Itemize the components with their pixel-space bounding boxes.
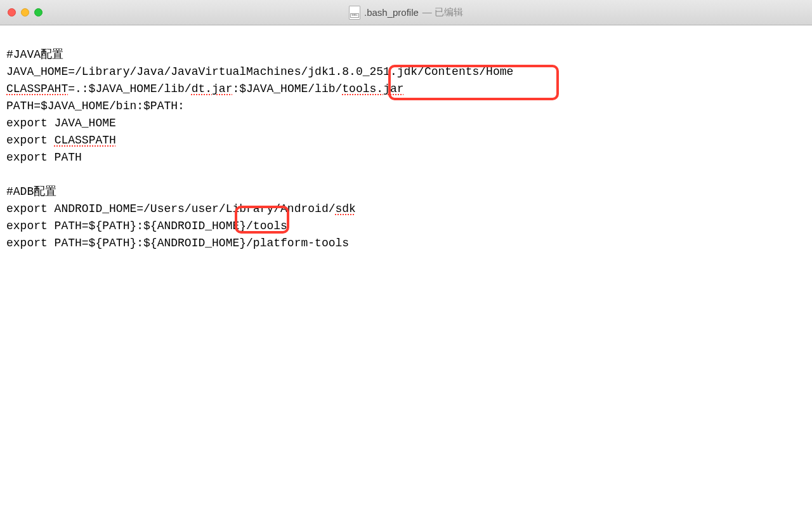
text-editor[interactable]: #JAVA配置 JAVA_HOME=/Library/Java/JavaVirt… (0, 25, 812, 290)
editor-line: JAVA_HOME=/Library/Java/JavaVirtualMachi… (6, 65, 513, 78)
editor-text-spellerror: dt.jar (192, 83, 233, 95)
title-filename: .bash_profile (364, 7, 419, 18)
editor-text: :$JAVA_HOME/lib/ (232, 83, 342, 95)
editor-text-spellerror: CLASSPATH (55, 134, 116, 147)
editor-text: export ANDROID_HOME=/Users/user/Library/… (6, 202, 335, 215)
title-edited-indicator: — 已编辑 (422, 6, 463, 18)
maximize-button[interactable] (34, 8, 43, 17)
editor-line: export PATH=${PATH}:${ANDROID_HOME}/plat… (6, 237, 349, 249)
editor-text-spellerror: CLASSPAHT (6, 83, 68, 95)
editor-text-spellerror: sdk (335, 202, 355, 215)
minimize-button[interactable] (21, 8, 29, 17)
editor-line: #ADB配置 (6, 185, 56, 198)
editor-text: =.:$JAVA_HOME/lib/ (68, 83, 191, 95)
window-titlebar: .bash_profile — 已编辑 (0, 0, 812, 25)
close-button[interactable] (8, 8, 16, 17)
editor-text: export (6, 134, 55, 147)
editor-line: export PATH=${PATH}:${ANDROID_HOME}/tool… (6, 220, 287, 232)
document-icon (349, 6, 360, 20)
editor-line: #JAVA配置 (6, 48, 63, 61)
traffic-lights (8, 8, 43, 17)
editor-text-spellerror: tools.jar (342, 83, 403, 95)
editor-line: export PATH (6, 151, 82, 164)
editor-line: PATH=$JAVA_HOME/bin:$PATH: (6, 100, 185, 112)
window-title: .bash_profile — 已编辑 (349, 6, 463, 20)
editor-line: export JAVA_HOME (6, 117, 116, 129)
